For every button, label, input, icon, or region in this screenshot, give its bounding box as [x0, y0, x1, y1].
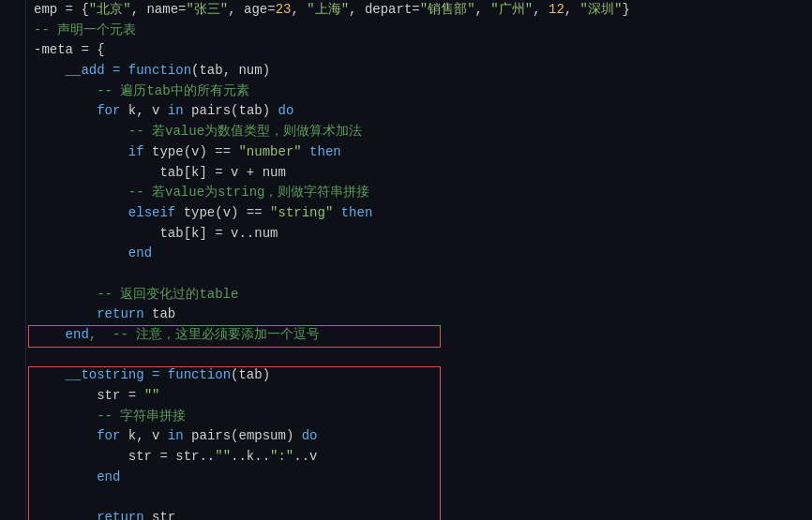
- code-line-8: if type(v) == "number" then: [34, 142, 812, 163]
- code-line-1: emp = {"北京", name="张三", age=23, "上海", de…: [34, 0, 812, 21]
- code-line-17: end, -- 注意，这里必须要添加一个逗号: [34, 325, 812, 346]
- code-line-15: -- 返回变化过的table: [34, 285, 812, 305]
- code-line-3: -meta = {: [34, 40, 812, 61]
- code-line-16: return tab: [34, 305, 812, 325]
- code-line-13: end: [34, 244, 812, 264]
- code-line-24: end: [34, 468, 812, 488]
- code-line-20: str = "": [34, 386, 812, 407]
- code-line-12: tab[k] = v..num: [34, 224, 812, 245]
- code-line-7: -- 若value为数值类型，则做算术加法: [34, 122, 812, 142]
- code-line-6: for k, v in pairs(tab) do: [34, 101, 812, 122]
- code-line-11: elseif type(v) == "string" then: [34, 203, 812, 224]
- code-line-18: [34, 346, 812, 366]
- code-line-21: -- 字符串拼接: [34, 407, 812, 427]
- code-line-19: __tostring = function(tab): [34, 365, 812, 386]
- line-numbers: [0, 0, 26, 520]
- code-line-10: -- 若value为string，则做字符串拼接: [34, 183, 812, 203]
- code-line-23: str = str..""..k..":"..v: [34, 447, 812, 468]
- code-line-25: [34, 488, 812, 509]
- code-line-14: [34, 264, 812, 285]
- code-line-9: tab[k] = v + num: [34, 163, 812, 184]
- code-editor: emp = {"北京", name="张三", age=23, "上海", de…: [0, 0, 812, 520]
- code-line-22: for k, v in pairs(empsum) do: [34, 426, 812, 447]
- code-line-4: __add = function(tab, num): [34, 61, 812, 82]
- code-line-5: -- 遍历tab中的所有元素: [34, 82, 812, 102]
- code-line-2: -- 声明一个元表: [34, 21, 812, 41]
- code-content[interactable]: emp = {"北京", name="张三", age=23, "上海", de…: [26, 0, 812, 520]
- code-line-26: return str: [34, 508, 812, 520]
